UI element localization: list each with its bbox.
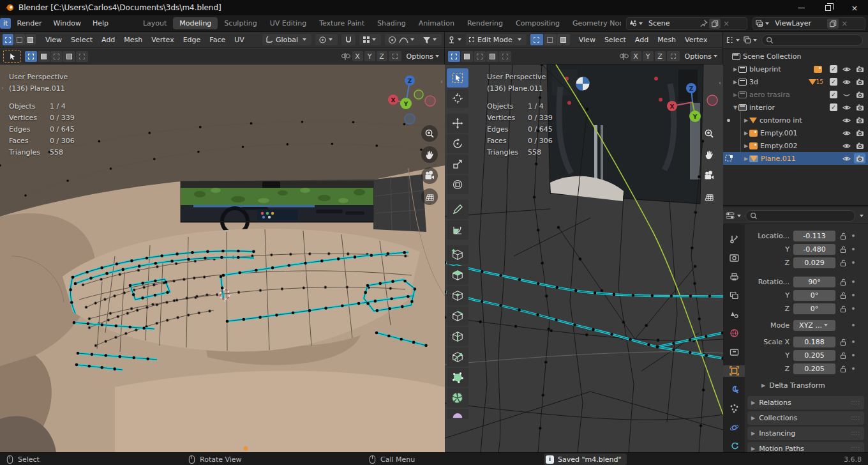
location-y-field[interactable]: -0.480 [793, 244, 835, 255]
new-scene-button[interactable] [709, 19, 721, 29]
viewlayer-name[interactable]: ViewLayer [771, 19, 826, 27]
collapse-icon[interactable]: ▼ [732, 105, 738, 111]
lock-icon[interactable] [839, 291, 847, 300]
pivot-point-dropdown[interactable] [315, 34, 338, 45]
vertex-select-mode-button[interactable] [530, 34, 543, 45]
select-set-invert-button[interactable] [63, 51, 75, 62]
rotation-y-field[interactable]: 0° [793, 290, 835, 301]
transform-orientation-dropdown[interactable]: Global [262, 34, 311, 45]
tool-knife[interactable] [447, 347, 468, 367]
select-set-extend-button[interactable] [38, 51, 50, 62]
expand-icon[interactable]: ▶ [732, 79, 738, 85]
properties-search-input[interactable] [745, 210, 855, 222]
outliner-row-empty-001[interactable]: ▶ Empty.001 [723, 126, 868, 139]
tool-inset-faces[interactable] [447, 286, 468, 305]
animate-dot[interactable] [852, 248, 855, 250]
mirror-y-toggle[interactable]: Y [643, 51, 654, 61]
tab-particles[interactable] [723, 403, 745, 415]
zoom-icon[interactable] [421, 125, 438, 142]
tab-view-layer[interactable] [723, 290, 745, 302]
face-select-mode-button[interactable] [26, 34, 36, 45]
active-tool-tweak-button[interactable] [3, 50, 21, 63]
tab-output[interactable] [723, 271, 745, 283]
scene-selector[interactable]: Scene × [626, 17, 747, 30]
disable-render-camera-icon[interactable] [856, 116, 864, 124]
hide-eye-icon[interactable] [842, 78, 851, 86]
snap-corner-icon[interactable] [667, 51, 680, 61]
panel-collections[interactable]: ▶Collections:::: [747, 411, 864, 425]
pan-hand-icon[interactable] [701, 146, 717, 163]
outliner-row-aero-trasira[interactable]: ▶ aero trasira ✓ [723, 88, 868, 101]
select-set-extend-button[interactable] [461, 51, 473, 62]
expand-icon[interactable]: ▶ [743, 118, 749, 123]
animate-dot[interactable] [852, 340, 855, 343]
lock-icon[interactable] [839, 351, 847, 360]
workspace-tab-layout[interactable]: Layout [137, 17, 173, 29]
outliner-row-blueprint[interactable]: ▶ blueprint ✓ [723, 63, 868, 75]
tool-loop-cut[interactable] [447, 327, 468, 346]
restore-button[interactable] [814, 0, 841, 15]
tool-scale[interactable] [447, 155, 468, 174]
hide-eye-icon[interactable] [842, 65, 851, 73]
navigation-gizmo[interactable]: Z X Y [662, 72, 722, 129]
disable-render-camera-icon[interactable] [856, 65, 864, 73]
tool-measure[interactable] [447, 220, 468, 240]
expand-icon[interactable]: ▶ [743, 156, 749, 162]
properties-editor-dropdown[interactable] [726, 211, 743, 220]
hide-eye-icon[interactable] [842, 129, 851, 137]
tool-bevel[interactable] [447, 307, 468, 326]
workspace-tab-shading[interactable]: Shading [371, 17, 412, 29]
animate-dot[interactable] [852, 280, 855, 283]
menu-window[interactable]: Window [48, 17, 87, 29]
menu-add[interactable]: Add [631, 34, 653, 46]
vertex-select-mode-button[interactable] [3, 34, 13, 45]
options-dropdown[interactable]: Options [407, 52, 441, 61]
disable-render-camera-icon[interactable] [856, 129, 864, 137]
menu-face[interactable]: Face [205, 34, 230, 46]
lock-icon[interactable] [839, 245, 847, 254]
menu-select[interactable]: Select [66, 34, 97, 46]
expand-icon[interactable]: ▶ [743, 143, 749, 149]
scale-x-field[interactable]: 0.188 [793, 337, 835, 347]
disable-render-camera-icon[interactable] [856, 91, 864, 98]
ortho-grid-icon[interactable] [701, 188, 717, 205]
outliner-display-mode-dropdown[interactable] [743, 36, 759, 44]
hide-eye-icon[interactable] [842, 103, 851, 112]
sidebar-collapse-chevron[interactable]: ‹ [719, 79, 721, 86]
outliner-row-contorno-int[interactable]: ▶ contorno int [723, 114, 868, 126]
outliner-editor-dropdown[interactable] [726, 36, 742, 44]
location-z-field[interactable]: 0.029 [793, 257, 835, 268]
zoom-icon[interactable] [701, 125, 717, 142]
chevron-down-icon[interactable] [860, 215, 864, 217]
outliner-row-scene-collection[interactable]: Scene Collection [723, 50, 868, 63]
location-x-field[interactable]: -0.113 [793, 231, 835, 241]
close-button[interactable]: × [841, 0, 868, 15]
snap-corner-icon[interactable] [389, 51, 401, 61]
select-set-new-button[interactable] [448, 51, 460, 62]
outliner-row-3d[interactable]: ▶ 3d 15 ✓ [723, 75, 868, 88]
tool-transform[interactable] [447, 175, 468, 194]
tool-select-box[interactable] [447, 68, 468, 88]
face-select-mode-button[interactable] [557, 34, 570, 45]
mirror-z-toggle[interactable]: Z [377, 51, 387, 61]
edge-select-mode-button[interactable] [544, 34, 557, 45]
mirror-x-toggle[interactable]: X [631, 51, 641, 61]
options-dropdown[interactable]: Options [685, 52, 719, 61]
tool-extrude-region[interactable] [447, 266, 468, 285]
checkbox-icon[interactable]: ✓ [830, 91, 837, 98]
tab-constraints[interactable] [723, 441, 745, 453]
snap-settings-dropdown[interactable] [359, 34, 381, 45]
outliner-row-interior[interactable]: ▼ interior ✓ [723, 101, 868, 114]
pin-icon[interactable] [700, 19, 708, 27]
lock-icon[interactable] [839, 365, 847, 373]
workspace-tab-animation[interactable]: Animation [412, 17, 461, 29]
disable-render-camera-icon[interactable] [856, 103, 864, 111]
expand-icon[interactable]: ▶ [743, 130, 749, 136]
tool-poly-build[interactable] [447, 368, 468, 387]
outliner-search-input[interactable] [761, 34, 863, 46]
unlink-scene-icon[interactable]: × [721, 19, 732, 28]
menu-mesh[interactable]: Mesh [653, 34, 680, 46]
hide-eye-icon[interactable] [842, 155, 851, 163]
edge-select-mode-button[interactable] [14, 34, 25, 45]
visibility-filter-dropdown[interactable] [419, 34, 442, 45]
